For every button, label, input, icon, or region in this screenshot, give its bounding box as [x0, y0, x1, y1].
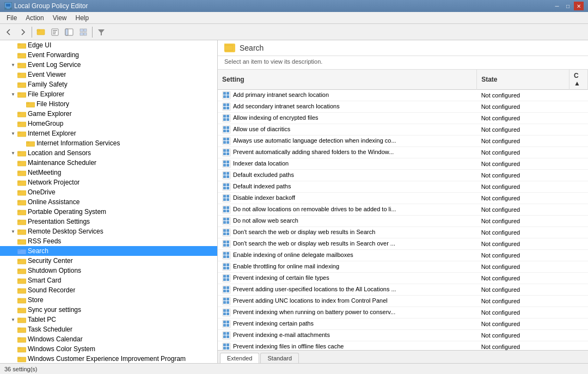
tree-item-file-explorer[interactable]: ▼ File Explorer: [0, 89, 217, 99]
tree-item-event-log-service[interactable]: ▼ Event Log Service: [0, 60, 217, 70]
expand-icon: [9, 188, 17, 197]
folder-icon: [17, 149, 26, 157]
table-row[interactable]: Prevent automatically adding shared fold…: [218, 147, 588, 158]
tree-item-event-viewer[interactable]: Event Viewer: [0, 70, 217, 79]
table-row[interactable]: Prevent indexing certain pathsNot config…: [218, 318, 588, 330]
menu-action[interactable]: Action: [21, 13, 48, 23]
tree-item-shutdown-options[interactable]: Shutdown Options: [0, 266, 217, 275]
tree-item-internet-explorer[interactable]: ▼ Internet Explorer: [0, 128, 217, 138]
svg-rect-152: [226, 221, 229, 224]
table-row[interactable]: Enable indexing of online delegate mailb…: [218, 250, 588, 261]
table-row[interactable]: Prevent indexing when running on battery…: [218, 307, 588, 318]
tree-item-tablet-pc[interactable]: ▼ Tablet PC: [0, 315, 217, 324]
column-setting[interactable]: Setting: [218, 70, 477, 90]
tree-item-remote-desktop-services[interactable]: ▼ Remote Desktop Services: [0, 226, 217, 236]
table-row[interactable]: Add primary intranet search locationNot …: [218, 90, 588, 101]
table-row[interactable]: Indexer data locationNot configured: [218, 158, 588, 170]
close-button[interactable]: ✕: [574, 2, 584, 10]
column-comment[interactable]: C ▲: [569, 70, 588, 90]
settings-area[interactable]: Setting State C ▲ Add primary intranet s…: [218, 70, 588, 350]
table-row[interactable]: Disable indexer backoffNot configured: [218, 193, 588, 204]
table-row[interactable]: Do not allow locations on removable driv…: [218, 204, 588, 216]
svg-rect-206: [226, 344, 229, 346]
setting-state-cell: Not configured: [477, 90, 569, 101]
properties-button[interactable]: [48, 26, 62, 39]
setting-state-cell: Not configured: [477, 181, 569, 193]
maximize-button[interactable]: □: [563, 2, 573, 10]
tree-item-security-center[interactable]: Security Center: [0, 256, 217, 266]
svg-rect-162: [226, 244, 229, 247]
tree-item-event-forwarding[interactable]: Event Forwarding: [0, 50, 217, 60]
tree-item-sync-your-settings[interactable]: Sync your settings: [0, 305, 217, 315]
table-row[interactable]: Prevent indexing of certain file typesNo…: [218, 273, 588, 284]
tree-item-netmeeting[interactable]: NetMeeting: [0, 168, 217, 177]
tree-item-smart-card[interactable]: Smart Card: [0, 275, 217, 285]
view-button[interactable]: [77, 26, 90, 39]
tree-item-rss-feeds[interactable]: RSS Feeds: [0, 236, 217, 246]
table-row[interactable]: Allow indexing of encrypted filesNot con…: [218, 113, 588, 124]
svg-rect-166: [226, 252, 229, 255]
svg-rect-65: [17, 279, 20, 280]
folder-view-button[interactable]: [34, 26, 47, 39]
extend-button[interactable]: [63, 26, 76, 39]
minimize-button[interactable]: ─: [552, 2, 562, 10]
setting-comment-cell: [569, 90, 588, 101]
tree-item-windows-color-system[interactable]: Windows Color System: [0, 344, 217, 354]
svg-rect-120: [223, 152, 226, 155]
tab-extended[interactable]: Extended: [220, 353, 259, 363]
tree-item-internet-information-services[interactable]: Internet Information Services: [0, 138, 217, 148]
table-row[interactable]: Always use automatic language detection …: [218, 136, 588, 147]
tree-item-game-explorer[interactable]: Game Explorer: [0, 109, 217, 119]
svg-rect-175: [223, 278, 226, 281]
filter-button[interactable]: [95, 26, 108, 39]
table-row[interactable]: Allow use of diacriticsNot configured: [218, 124, 588, 136]
svg-rect-45: [17, 181, 20, 182]
svg-rect-144: [223, 206, 226, 209]
svg-rect-31: [17, 112, 20, 114]
tree-item-task-scheduler[interactable]: Task Scheduler: [0, 324, 217, 334]
svg-rect-141: [226, 195, 229, 198]
back-button[interactable]: [2, 26, 15, 39]
tree-item-location-and-sensors[interactable]: ▼ Location and Sensors: [0, 148, 217, 158]
table-row[interactable]: Prevent adding UNC locations to index fr…: [218, 296, 588, 307]
tree-item-sound-recorder[interactable]: Sound Recorder: [0, 285, 217, 295]
tree-item-online-assistance[interactable]: Online Assistance: [0, 197, 217, 207]
setting-state-cell: Not configured: [477, 250, 569, 261]
tree-item-onedrive[interactable]: OneDrive: [0, 187, 217, 197]
table-row[interactable]: Add secondary intranet search locationsN…: [218, 101, 588, 113]
tree-panel[interactable]: Edge UI Event Forwarding▼ Event Log Serv…: [0, 40, 218, 363]
column-state[interactable]: State: [477, 70, 569, 90]
tree-item-presentation-settings[interactable]: Presentation Settings: [0, 217, 217, 226]
table-row[interactable]: Prevent adding user-specified locations …: [218, 284, 588, 296]
tree-item-maintenance-scheduler[interactable]: Maintenance Scheduler: [0, 158, 217, 168]
tree-item-file-history[interactable]: File History: [0, 99, 217, 109]
tab-standard[interactable]: Standard: [260, 353, 299, 363]
tree-item-edge-ui[interactable]: Edge UI: [0, 40, 217, 50]
tree-item-family-safety[interactable]: Family Safety: [0, 79, 217, 89]
table-row[interactable]: Default indexed pathsNot configured: [218, 181, 588, 193]
tree-item-windows-calendar[interactable]: Windows Calendar: [0, 334, 217, 344]
settings-table: Setting State C ▲ Add primary intranet s…: [218, 70, 588, 350]
tree-item-homegroup[interactable]: HomeGroup: [0, 119, 217, 128]
expand-icon: [9, 80, 17, 89]
menu-view[interactable]: View: [48, 13, 71, 23]
table-row[interactable]: Prevent indexing files in offline files …: [218, 341, 588, 351]
svg-rect-150: [223, 221, 226, 224]
tree-item-windows-customer-experience[interactable]: Windows Customer Experience Improvement …: [0, 354, 217, 363]
menu-help[interactable]: Help: [71, 13, 94, 23]
table-row[interactable]: Don't search the web or display web resu…: [218, 227, 588, 238]
setting-name-cell: Prevent indexing of certain file types: [218, 273, 477, 284]
folder-icon: [26, 100, 35, 108]
table-row[interactable]: Default excluded pathsNot configured: [218, 170, 588, 181]
tree-item-portable-operating-system[interactable]: Portable Operating System: [0, 207, 217, 217]
tree-item-store[interactable]: Store: [0, 295, 217, 305]
menu-file[interactable]: File: [2, 13, 21, 23]
table-row[interactable]: Prevent indexing e-mail attachmentsNot c…: [218, 330, 588, 341]
svg-rect-97: [226, 95, 229, 98]
tree-item-network-projector[interactable]: Network Projector: [0, 177, 217, 187]
table-row[interactable]: Don't search the web or display web resu…: [218, 238, 588, 250]
table-row[interactable]: Do not allow web searchNot configured: [218, 216, 588, 227]
forward-button[interactable]: [16, 26, 29, 39]
tree-item-search[interactable]: Search: [0, 246, 217, 256]
table-row[interactable]: Enable throttling for online mail indexi…: [218, 261, 588, 273]
